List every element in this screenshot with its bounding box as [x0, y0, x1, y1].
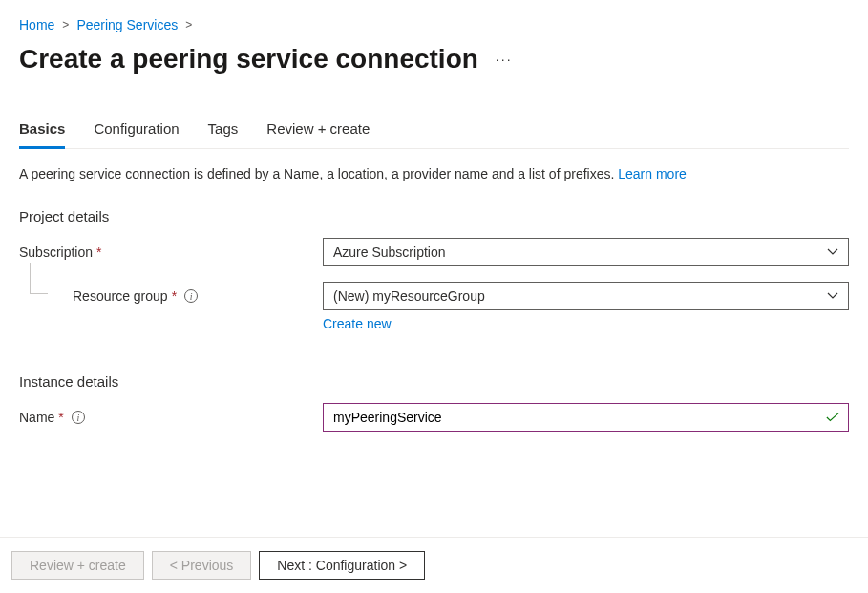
name-label: Name* i: [19, 410, 323, 425]
page-title: Create a peering service connection: [19, 44, 478, 74]
more-icon[interactable]: ···: [496, 52, 513, 67]
section-instance-details: Instance details: [19, 373, 849, 390]
footer: Review + create < Previous Next : Config…: [0, 537, 868, 593]
subscription-label: Subscription*: [19, 244, 323, 260]
previous-button: < Previous: [152, 551, 252, 580]
learn-more-link[interactable]: Learn more: [618, 166, 687, 181]
subscription-value: Azure Subscription: [333, 244, 446, 260]
chevron-down-icon: [827, 248, 838, 256]
chevron-down-icon: [827, 292, 838, 300]
resource-group-value: (New) myResourceGroup: [333, 288, 485, 304]
tab-review-create[interactable]: Review + create: [266, 113, 370, 149]
subscription-select[interactable]: Azure Subscription: [323, 238, 849, 266]
resource-group-select[interactable]: (New) myResourceGroup: [323, 282, 849, 310]
create-new-link[interactable]: Create new: [323, 316, 392, 331]
tab-tags[interactable]: Tags: [208, 113, 239, 149]
info-icon[interactable]: i: [184, 289, 198, 303]
tabs: Basics Configuration Tags Review + creat…: [19, 113, 849, 149]
tab-configuration[interactable]: Configuration: [94, 113, 179, 149]
breadcrumb-peering-services[interactable]: Peering Services: [76, 17, 178, 32]
checkmark-icon: [826, 413, 839, 423]
description: A peering service connection is defined …: [19, 166, 849, 181]
section-project-details: Project details: [19, 208, 849, 224]
breadcrumb: Home > Peering Services >: [19, 17, 849, 32]
review-create-button: Review + create: [11, 551, 144, 580]
next-button[interactable]: Next : Configuration >: [259, 551, 425, 580]
chevron-right-icon: >: [185, 18, 192, 32]
description-text: A peering service connection is defined …: [19, 166, 618, 181]
chevron-right-icon: >: [62, 18, 69, 32]
tab-basics[interactable]: Basics: [19, 113, 65, 149]
resource-group-label: Resource group* i: [73, 288, 323, 304]
name-input[interactable]: [323, 403, 849, 432]
breadcrumb-home[interactable]: Home: [19, 17, 54, 32]
info-icon[interactable]: i: [72, 411, 85, 424]
